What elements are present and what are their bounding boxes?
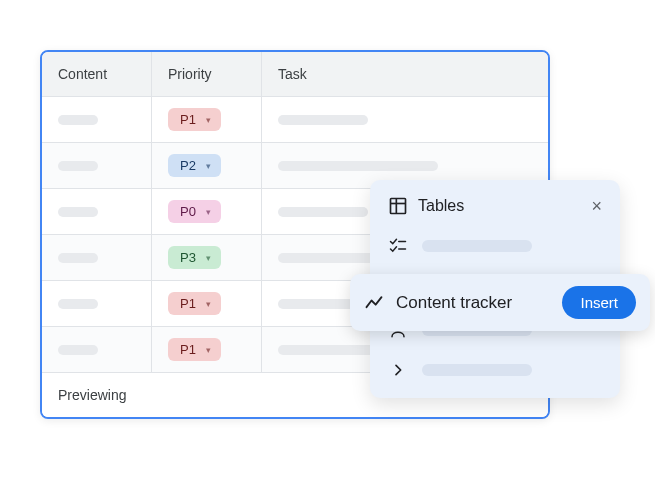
column-header-priority[interactable]: Priority	[152, 52, 262, 96]
chevron-down-icon: ▾	[206, 115, 211, 125]
checklist-icon	[388, 236, 408, 256]
panel-item-checklist[interactable]	[370, 226, 620, 266]
panel-title: Tables	[388, 196, 464, 216]
panel-item-more[interactable]	[370, 350, 620, 390]
priority-chip[interactable]: P1▾	[168, 108, 221, 131]
priority-label: P1	[180, 112, 196, 127]
priority-chip[interactable]: P0▾	[168, 200, 221, 223]
cell-content[interactable]	[42, 235, 152, 280]
chevron-down-icon: ▾	[206, 345, 211, 355]
task-placeholder	[278, 161, 438, 171]
svg-rect-0	[391, 199, 406, 214]
priority-chip[interactable]: P3▾	[168, 246, 221, 269]
insert-button[interactable]: Insert	[562, 286, 636, 319]
trend-icon	[364, 293, 384, 313]
column-header-content[interactable]: Content	[42, 52, 152, 96]
cell-priority[interactable]: P2▾	[152, 143, 262, 188]
content-placeholder	[58, 207, 98, 217]
cell-content[interactable]	[42, 189, 152, 234]
content-placeholder	[58, 115, 98, 125]
cell-content[interactable]	[42, 97, 152, 142]
cell-content[interactable]	[42, 281, 152, 326]
chevron-down-icon: ▾	[206, 299, 211, 309]
table-row[interactable]: P1▾	[42, 97, 548, 143]
cell-priority[interactable]: P3▾	[152, 235, 262, 280]
cell-content[interactable]	[42, 143, 152, 188]
panel-header: Tables ×	[370, 196, 620, 226]
priority-chip[interactable]: P1▾	[168, 292, 221, 315]
content-placeholder	[58, 299, 98, 309]
chevron-right-icon	[388, 360, 408, 380]
cell-priority[interactable]: P1▾	[152, 97, 262, 142]
close-icon[interactable]: ×	[591, 197, 602, 215]
cell-priority[interactable]: P0▾	[152, 189, 262, 234]
content-placeholder	[58, 253, 98, 263]
priority-label: P1	[180, 342, 196, 357]
cell-priority[interactable]: P1▾	[152, 327, 262, 372]
task-placeholder	[278, 115, 368, 125]
panel-item-content-tracker[interactable]: Content tracker Insert	[350, 274, 650, 331]
cell-content[interactable]	[42, 327, 152, 372]
priority-label: P3	[180, 250, 196, 265]
priority-label: P0	[180, 204, 196, 219]
panel-item-label-placeholder	[422, 240, 532, 252]
content-placeholder	[58, 161, 98, 171]
chevron-down-icon: ▾	[206, 253, 211, 263]
priority-label: P1	[180, 296, 196, 311]
table-header-row: Content Priority Task	[42, 52, 548, 97]
priority-label: P2	[180, 158, 196, 173]
table-icon	[388, 196, 408, 216]
priority-chip[interactable]: P1▾	[168, 338, 221, 361]
content-placeholder	[58, 345, 98, 355]
chevron-down-icon: ▾	[206, 207, 211, 217]
column-header-task[interactable]: Task	[262, 52, 548, 96]
task-placeholder	[278, 207, 368, 217]
panel-item-label-placeholder	[422, 364, 532, 376]
highlighted-item-label: Content tracker	[396, 293, 550, 313]
chevron-down-icon: ▾	[206, 161, 211, 171]
panel-title-text: Tables	[418, 197, 464, 215]
cell-priority[interactable]: P1▾	[152, 281, 262, 326]
priority-chip[interactable]: P2▾	[168, 154, 221, 177]
cell-task[interactable]	[262, 97, 548, 142]
